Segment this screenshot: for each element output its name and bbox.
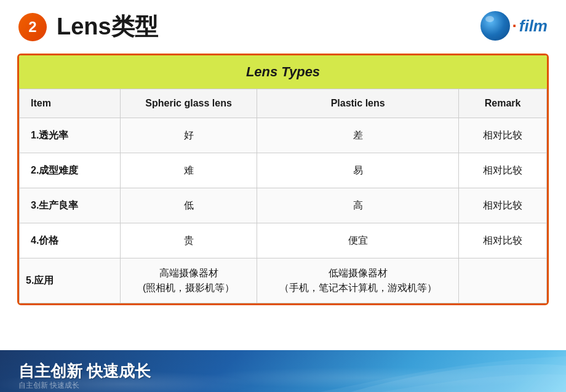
cell-spheric-1: 难 xyxy=(120,153,257,188)
lens-types-table: Item Spheric glass lens Plastic lens Rem… xyxy=(19,89,547,303)
step-badge: 2 xyxy=(18,13,47,41)
cell-plastic-0: 差 xyxy=(257,118,459,153)
cell-item-2: 3.生产良率 xyxy=(20,188,121,223)
cell-remark-1: 相对比较 xyxy=(459,153,547,188)
cell-item-3: 4.价格 xyxy=(20,223,121,258)
footer-sub-text: 自主创新 快速成长 xyxy=(18,380,79,391)
col-header-plastic: Plastic lens xyxy=(257,89,459,118)
cell-remark-0: 相对比较 xyxy=(459,118,547,153)
lens-types-table-container: Lens Types Item Spheric glass lens Plast… xyxy=(17,54,549,305)
footer-main-text: 自主创新 快速成长 xyxy=(18,361,151,382)
table-row: 2.成型难度难易相对比较 xyxy=(20,153,547,188)
table-row: 5.应用高端摄像器材 (照相机，摄影机等）低端摄像器材 （手机，笔记本计算机，游… xyxy=(20,258,547,303)
cell-remark-3: 相对比较 xyxy=(459,223,547,258)
page-footer: 自主创新 快速成长 自主创新 快速成长 xyxy=(0,350,566,392)
logo-globe-icon xyxy=(480,11,510,41)
logo-dot: · xyxy=(512,17,517,36)
cell-plastic-1: 易 xyxy=(257,153,459,188)
col-header-item: Item xyxy=(20,89,121,118)
table-title: Lens Types xyxy=(246,64,320,79)
cell-plastic-4: 低端摄像器材 （手机，笔记本计算机，游戏机等） xyxy=(257,258,459,303)
page-header: 2 Lens类型 · film xyxy=(0,0,566,49)
col-header-spheric: Spheric glass lens xyxy=(120,89,257,118)
cell-spheric-2: 低 xyxy=(120,188,257,223)
cell-remark-4 xyxy=(459,258,547,303)
step-number: 2 xyxy=(28,18,36,36)
cell-item-0: 1.透光率 xyxy=(20,118,121,153)
table-row: 3.生产良率低高相对比较 xyxy=(20,188,547,223)
logo-text: film xyxy=(519,17,548,36)
page-title: Lens类型 xyxy=(57,11,158,42)
cell-item-1: 2.成型难度 xyxy=(20,153,121,188)
cell-spheric-3: 贵 xyxy=(120,223,257,258)
cell-spheric-0: 好 xyxy=(120,118,257,153)
cell-item-4: 5.应用 xyxy=(20,258,121,303)
logo: · film xyxy=(480,11,548,41)
cell-plastic-2: 高 xyxy=(257,188,459,223)
table-title-row: Lens Types xyxy=(19,55,547,89)
table-row: 1.透光率好差相对比较 xyxy=(20,118,547,153)
cell-plastic-3: 便宜 xyxy=(257,223,459,258)
table-row: 4.价格贵便宜相对比较 xyxy=(20,223,547,258)
footer-text-container: 自主创新 快速成长 xyxy=(0,350,566,392)
cell-remark-2: 相对比较 xyxy=(459,188,547,223)
table-header-row: Item Spheric glass lens Plastic lens Rem… xyxy=(20,89,547,118)
col-header-remark: Remark xyxy=(459,89,547,118)
cell-spheric-4: 高端摄像器材 (照相机，摄影机等） xyxy=(120,258,257,303)
